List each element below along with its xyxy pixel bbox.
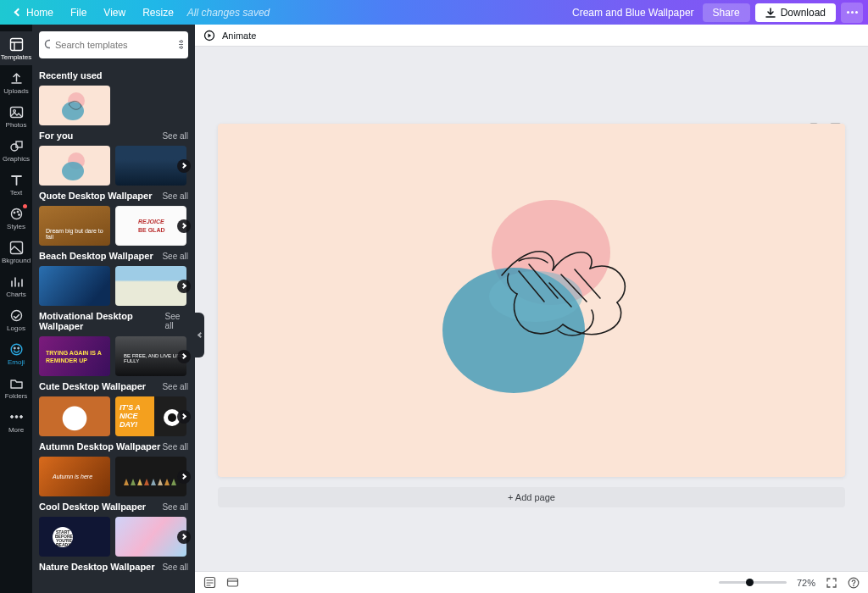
save-status: All changes saved: [187, 7, 270, 19]
canvas-area[interactable]: + Add page: [195, 47, 868, 571]
help-icon[interactable]: [848, 577, 860, 589]
svg-point-16: [19, 416, 22, 418]
zoom-level[interactable]: 72%: [797, 578, 815, 588]
row-next-button[interactable]: [177, 280, 191, 293]
svg-point-6: [14, 212, 15, 213]
fullscreen-icon[interactable]: [826, 577, 837, 589]
template-thumb[interactable]: [115, 146, 186, 186]
charts-icon: [8, 274, 24, 289]
editor-main: Animate: [195, 25, 868, 593]
download-button[interactable]: Download: [755, 3, 836, 22]
see-all-cute[interactable]: See all: [162, 382, 188, 391]
section-title-cute: Cute Desktop Wallpaper: [39, 381, 146, 391]
template-thumb[interactable]: [115, 457, 186, 496]
rail-item-bkground[interactable]: Bkground: [0, 235, 32, 269]
emoji-icon: [8, 341, 24, 357]
svg-point-17: [46, 41, 51, 48]
section-title-recent: Recently used: [39, 70, 103, 80]
svg-point-15: [15, 416, 18, 418]
search-icon: [44, 39, 50, 51]
template-thumb[interactable]: BE FREE, AND LIVE LIFE FULLY: [115, 336, 186, 376]
pages-icon[interactable]: [226, 576, 239, 589]
file-menu[interactable]: File: [62, 3, 95, 22]
section-title-cool: Cool Desktop Wallpaper: [39, 502, 146, 512]
rail-item-logos[interactable]: Logos: [0, 302, 32, 336]
svg-point-8: [18, 213, 19, 215]
rail-item-templates[interactable]: Templates: [0, 31, 32, 65]
svg-point-24: [62, 162, 84, 180]
rail-item-styles[interactable]: Styles: [0, 201, 32, 235]
bkground-icon: [8, 240, 24, 255]
section-title-beach: Beach Desktop Wallpaper: [39, 251, 153, 261]
template-thumb[interactable]: IT'S ANICEDAY!: [115, 396, 186, 436]
see-all-nature[interactable]: See all: [162, 563, 188, 572]
see-all-quote[interactable]: See all: [162, 191, 188, 201]
chevron-left-icon: [14, 8, 23, 17]
template-thumb[interactable]: [39, 396, 110, 436]
templates-icon: [8, 36, 24, 52]
template-thumb[interactable]: Autumn is here: [39, 457, 110, 496]
template-thumb[interactable]: [115, 266, 186, 306]
home-label: Home: [26, 7, 53, 19]
filter-icon[interactable]: [177, 39, 183, 51]
row-next-button[interactable]: [177, 159, 191, 173]
document-title[interactable]: Cream and Blue Wallpaper: [572, 7, 694, 19]
see-all-cool[interactable]: See all: [162, 502, 188, 512]
more-icon: [8, 409, 24, 424]
template-thumb[interactable]: [39, 146, 110, 186]
artwork[interactable]: [392, 161, 671, 441]
row-next-button[interactable]: [177, 470, 191, 484]
template-thumb[interactable]: [115, 517, 186, 557]
svg-point-38: [853, 585, 854, 586]
rail-item-photos[interactable]: Photos: [0, 99, 32, 133]
svg-point-12: [14, 347, 15, 349]
template-thumb[interactable]: [39, 86, 110, 125]
zoom-slider[interactable]: [719, 581, 787, 584]
see-all-beach[interactable]: See all: [162, 252, 188, 261]
row-next-button[interactable]: [177, 410, 191, 424]
resize-menu[interactable]: Resize: [134, 3, 182, 22]
template-search-input[interactable]: [55, 40, 172, 50]
more-menu[interactable]: [841, 3, 863, 23]
view-menu[interactable]: View: [95, 3, 134, 22]
svg-point-5: [11, 208, 21, 219]
rail-item-charts[interactable]: Charts: [0, 269, 32, 302]
canvas-page[interactable]: [218, 124, 845, 476]
template-thumb[interactable]: REJOICEBE GLAD: [115, 206, 186, 246]
notes-icon[interactable]: [203, 576, 216, 589]
logos-icon: [8, 308, 24, 323]
templates-panel: Recently used For youSee all Quote Deskt…: [32, 25, 195, 593]
see-all-foryou[interactable]: See all: [162, 131, 188, 141]
template-thumb[interactable]: [39, 266, 110, 306]
download-icon: [765, 8, 776, 18]
section-title-motiv: Motivational Desktop Wallpaper: [39, 311, 165, 331]
animate-button[interactable]: Animate: [222, 30, 256, 41]
svg-point-7: [17, 211, 19, 213]
rail-item-text[interactable]: Text: [0, 167, 32, 201]
home-button[interactable]: Home: [7, 3, 62, 22]
svg-point-14: [10, 416, 13, 418]
row-next-button[interactable]: [177, 219, 191, 233]
see-all-autumn[interactable]: See all: [162, 442, 188, 452]
folders-icon: [8, 375, 24, 391]
template-thumb[interactable]: STARTBEFOREYOU'REREADY: [39, 517, 110, 557]
template-search[interactable]: [39, 31, 188, 58]
rail-item-uploads[interactable]: Uploads: [0, 65, 32, 99]
rail-item-graphics[interactable]: Graphics: [0, 133, 32, 167]
uploads-icon: [8, 70, 24, 86]
add-page-button[interactable]: + Add page: [218, 487, 845, 507]
svg-point-18: [181, 41, 183, 43]
rail-item-folders[interactable]: Folders: [0, 370, 32, 404]
svg-rect-36: [228, 579, 238, 586]
row-next-button[interactable]: [177, 350, 191, 363]
share-button[interactable]: Share: [703, 3, 750, 22]
template-thumb[interactable]: Dream big but dare to fail: [39, 206, 110, 246]
svg-point-2: [13, 109, 15, 112]
top-bar: Home File View Resize All changes saved …: [0, 0, 868, 25]
rail-item-more[interactable]: More: [0, 404, 32, 438]
see-all-motiv[interactable]: See all: [165, 312, 188, 330]
row-next-button[interactable]: [177, 530, 191, 544]
rail-item-emoji[interactable]: Emoji: [0, 336, 32, 370]
status-bar: 72%: [195, 571, 868, 593]
template-thumb[interactable]: TRYING AGAIN IS AREMINDER UP: [39, 336, 110, 376]
